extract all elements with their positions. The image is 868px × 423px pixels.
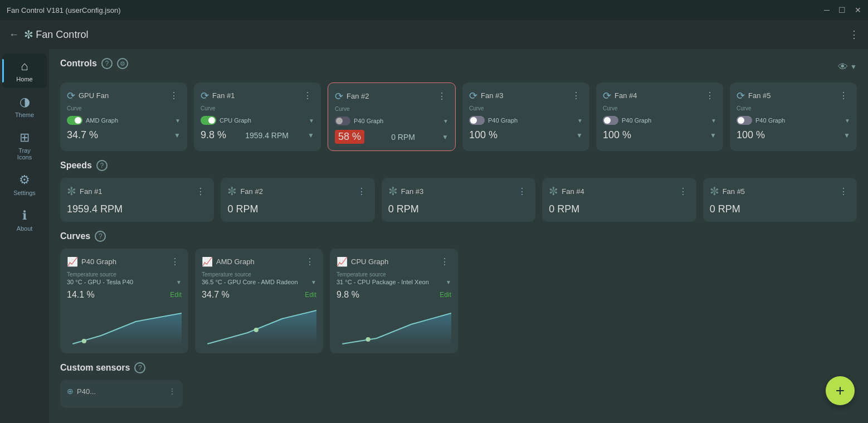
sidebar-item-home[interactable]: ⌂ Home [2, 54, 47, 88]
controls-help-button[interactable]: ? [101, 58, 113, 69]
fan3-curve-label: Curve [469, 105, 484, 111]
controls-section-header: Controls ? ⚙ 👁 ▼ [60, 58, 857, 76]
fan5-curve-select[interactable]: P40 Graph ▼ [755, 117, 850, 124]
close-button[interactable]: ✕ [855, 6, 861, 14]
speed-fan1-rpm: 1959.4 RPM [67, 203, 123, 215]
control-card-fan2: ⟳ Fan #2 ⋮ Curve P40 Graph ▼ 58 % 0 RPM [328, 82, 456, 151]
cpu-edit-button[interactable]: Edit [440, 291, 451, 299]
sidebar-item-about[interactable]: ℹ About [2, 203, 47, 237]
amd-graph [202, 302, 316, 347]
speed-fan5-rpm: 0 RPM [710, 203, 740, 215]
fan3-curve-select[interactable]: P40 Graph ▼ [488, 117, 583, 124]
curve-cpu-name: CPU Graph [351, 257, 435, 266]
fan3-menu[interactable]: ⋮ [569, 89, 583, 102]
fan2-menu[interactable]: ⋮ [435, 90, 448, 103]
curve-cards-row: 📈 P40 Graph ⋮ Temperature source 30 °C -… [60, 249, 857, 353]
p40-temp-source: 30 °C - GPU - Tesla P40 ▼ [67, 279, 182, 285]
fan5-toggle[interactable] [737, 116, 752, 125]
minimize-button[interactable]: ─ [824, 6, 830, 14]
gauge-icon-fan3: ⟳ [469, 90, 477, 102]
fan2-rpm: 0 RPM [391, 133, 415, 142]
fan-spin-icon-2: ✼ [227, 184, 237, 198]
amd-edit-button[interactable]: Edit [305, 291, 316, 299]
fan2-curve-label: Curve [335, 106, 350, 112]
svg-point-5 [366, 337, 370, 342]
fan5-name: Fan #5 [748, 91, 833, 100]
gpu-fan-toggle[interactable] [67, 116, 82, 125]
controls-wrench-button[interactable]: ⚙ [117, 58, 128, 69]
svg-point-1 [82, 339, 86, 343]
speed-card-fan5: ✼ Fan #5 ⋮ 0 RPM [703, 178, 857, 222]
sidebar-label-theme: Theme [15, 111, 34, 118]
fan4-name: Fan #4 [615, 91, 700, 100]
cpu-temp-source: 31 °C - CPU Package - Intel Xeon ▼ [337, 279, 451, 285]
fan4-curve-select[interactable]: P40 Graph ▼ [622, 117, 716, 124]
speed-fan3-menu[interactable]: ⋮ [515, 185, 529, 198]
back-button[interactable]: ← [9, 29, 19, 41]
curve-cpu-menu[interactable]: ⋮ [438, 255, 451, 268]
custom-sensor-menu[interactable]: ⋮ [168, 387, 176, 396]
curve-amd-menu[interactable]: ⋮ [303, 255, 316, 268]
fan4-curve-label: Curve [603, 105, 618, 111]
sidebar-item-settings[interactable]: ⚙ Settings [2, 167, 47, 202]
speeds-help-button[interactable]: ? [96, 160, 108, 171]
add-fab-button[interactable]: + [826, 376, 855, 405]
sidebar-item-theme[interactable]: ◑ Theme [2, 89, 47, 124]
p40-graph [67, 302, 182, 347]
curve-p40-menu[interactable]: ⋮ [168, 255, 182, 268]
graph-icon-cpu: 📈 [337, 256, 348, 267]
gauge-icon-fan4: ⟳ [603, 90, 611, 102]
fan2-toggle[interactable] [335, 116, 350, 125]
speed-fan1-name: Fan #1 [80, 187, 191, 196]
controls-header: Controls ? ⚙ [60, 58, 128, 69]
gpu-fan-curve-select[interactable]: AMD Graph ▼ [86, 117, 181, 124]
amd-percent: 34.7 % [202, 290, 230, 300]
control-card-fan4: ⟳ Fan #4 ⋮ Curve P40 Graph ▼ 100 % ▼ [596, 82, 723, 151]
curve-p40-name: P40 Graph [81, 257, 165, 266]
speed-fan5-name: Fan #5 [723, 187, 833, 196]
gpu-fan-percent: 34.7 % [67, 129, 98, 141]
speed-fan2-name: Fan #2 [240, 187, 351, 196]
fan-spin-icon-1: ✼ [67, 184, 76, 198]
amd-temp-label: Temperature source [202, 271, 316, 278]
fan2-percent: 58 % [335, 130, 364, 144]
header-title: Fan Control [36, 29, 88, 41]
p40-edit-button[interactable]: Edit [170, 291, 182, 299]
custom-sensors-help[interactable]: ? [134, 362, 145, 373]
fan5-menu[interactable]: ⋮ [837, 89, 850, 102]
maximize-button[interactable]: ☐ [838, 6, 846, 14]
titlebar-title: Fan Control V181 (userConfig.json) [7, 6, 121, 14]
speed-fan1-menu[interactable]: ⋮ [194, 185, 207, 198]
eye-button[interactable]: 👁 [838, 61, 848, 73]
speeds-section-header: Speeds ? [60, 160, 857, 171]
control-card-gpu-fan: ⟳ GPU Fan ⋮ Curve AMD Graph ▼ 34.7 % ▼ [60, 82, 187, 151]
curves-section-header: Curves ? [60, 231, 857, 242]
settings-icon: ⚙ [19, 173, 30, 187]
speed-fan5-menu[interactable]: ⋮ [837, 185, 850, 198]
svg-point-3 [254, 328, 259, 332]
fan1-menu[interactable]: ⋮ [301, 89, 314, 102]
speed-fan4-menu[interactable]: ⋮ [676, 185, 690, 198]
cpu-percent: 9.8 % [337, 290, 359, 300]
fan1-curve-select[interactable]: CPU Graph ▼ [220, 117, 314, 124]
speed-card-fan2: ✼ Fan #2 ⋮ 0 RPM [221, 178, 374, 222]
fan1-rpm: 1959.4 RPM [245, 131, 289, 140]
fan5-percent: 100 % [737, 129, 765, 141]
controls-title: Controls [60, 59, 97, 69]
speed-fan2-rpm: 0 RPM [227, 203, 258, 215]
gpu-fan-menu[interactable]: ⋮ [167, 89, 181, 102]
curves-help-button[interactable]: ? [95, 231, 106, 242]
sidebar-item-tray-icons[interactable]: ⊞ TrayIcons [2, 125, 47, 166]
fan3-toggle[interactable] [469, 116, 485, 125]
fan2-curve-select[interactable]: P40 Graph ▼ [354, 118, 448, 124]
gpu-fan-curve-label: Curve [67, 105, 82, 111]
fan1-toggle[interactable] [201, 116, 216, 125]
custom-sensors-title: Custom sensors [60, 363, 130, 373]
speed-fan2-menu[interactable]: ⋮ [355, 185, 368, 198]
fan4-toggle[interactable] [603, 116, 618, 125]
fan4-menu[interactable]: ⋮ [703, 89, 716, 102]
control-card-fan1: ⟳ Fan #1 ⋮ Curve CPU Graph ▼ 9.8 % 1959 [194, 82, 321, 151]
controls-eye-area: 👁 ▼ [838, 61, 857, 73]
speed-fan3-name: Fan #3 [401, 187, 512, 196]
header-menu-button[interactable]: ⋮ [849, 28, 859, 41]
